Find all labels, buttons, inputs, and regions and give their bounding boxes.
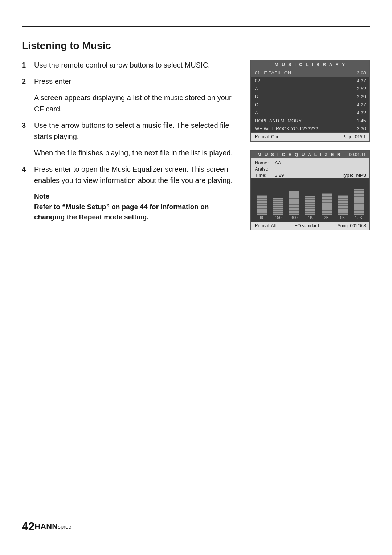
eq-bar-6	[354, 189, 364, 215]
ml-header: M U S I C L I B R A R Y	[251, 60, 369, 69]
section-title: Listening to Music	[22, 40, 370, 52]
step-2-indent-text: A screen appears displaying a list of th…	[34, 94, 232, 113]
step-3-indent-text: When the file finishes playing, the next…	[34, 149, 233, 157]
ml-row-1-name: 01.LE PAPILLON	[255, 70, 353, 76]
top-rule	[22, 26, 370, 27]
ml-row-6: A 4:32	[251, 109, 369, 117]
left-column: 1 Use the remote control arrow buttons t…	[22, 60, 236, 230]
main-content: Listening to Music 1 Use the remote cont…	[22, 40, 370, 230]
two-column-layout: 1 Use the remote control arrow buttons t…	[22, 60, 370, 230]
ml-row-3-name: A	[255, 86, 353, 91]
ml-row-1: 01.LE PAPILLON 3:08	[251, 69, 369, 77]
ml-row-6-name: A	[255, 110, 353, 115]
step-2: 2 Press enter.	[22, 76, 236, 87]
ml-row-4-name: B	[255, 94, 353, 99]
ml-footer-right: Page: 01/01	[342, 134, 366, 139]
brand-spree: spree	[58, 523, 72, 530]
ml-row-5-name: C	[255, 102, 353, 107]
step-2-text: Press enter.	[34, 77, 73, 85]
ml-row-8-name: WE WILL ROCK YOU ??????	[255, 126, 353, 131]
right-column: M U S I C L I B R A R Y 01.LE PAPILLON 3…	[250, 60, 370, 230]
eq-info-time-row: Time: 3:29 Type: MP3	[255, 172, 366, 178]
eq-artist-label: Araist:	[255, 166, 275, 172]
ml-footer: Repeat: One Page: 01/01	[251, 133, 369, 141]
eq-footer: Repeat: All EQ:standard Song: 001/008	[251, 222, 369, 230]
note-title: Note	[34, 191, 236, 202]
ml-row-8-time: 2:30	[353, 126, 366, 131]
ml-row-4: B 3:29	[251, 93, 369, 101]
ml-row-2: 02. 4:37	[251, 77, 369, 85]
music-eq-screen: M U S I C E Q U A L I Z E R 00:01:11 Nam…	[250, 150, 370, 230]
music-library-screen: M U S I C L I B R A R Y 01.LE PAPILLON 3…	[250, 60, 370, 142]
step-3-content: Use the arrow buttons to select a music …	[34, 120, 236, 142]
eq-footer-song: Song: 001/008	[338, 223, 366, 228]
note-body: Refer to “Music Setup” on page 44 for in…	[34, 202, 236, 223]
ml-row-2-time: 4:37	[353, 78, 366, 83]
step-2-content: Press enter.	[34, 76, 73, 87]
eq-freq-label-1: 150	[273, 215, 283, 220]
step-1-text: Use the remote control arrow buttons to …	[34, 61, 210, 69]
eq-type-row: Type: MP3	[342, 172, 366, 178]
step-4-content: Press enter to open the Music Equalizer …	[34, 164, 236, 186]
page-footer: 42 HANNspree	[22, 520, 72, 533]
eq-info-artist-row: Araist:	[255, 166, 366, 172]
step-1: 1 Use the remote control arrow buttons t…	[22, 60, 236, 71]
step-3-number: 3	[22, 120, 30, 142]
eq-bar-1	[273, 198, 283, 215]
eq-info-name-row: Name: AA	[255, 160, 366, 166]
eq-time-value: 3:29	[275, 172, 342, 178]
eq-time-label: Time:	[255, 172, 275, 178]
eq-header: M U S I C E Q U A L I Z E R 00:01:11	[251, 151, 369, 158]
eq-bar-3	[305, 196, 315, 215]
eq-footer-repeat: Repeat: All	[255, 223, 276, 228]
eq-type-value: MP3	[356, 172, 366, 178]
eq-freq-label-2: 400	[289, 215, 299, 220]
ml-row-7: HOPE AND MEMORY 1:45	[251, 117, 369, 125]
step-1-content: Use the remote control arrow buttons to …	[34, 60, 210, 71]
eq-bar-2	[289, 191, 299, 215]
ml-row-1-time: 3:08	[353, 70, 366, 76]
page-number: 42	[22, 520, 35, 533]
eq-freq-label-6: 15K	[354, 215, 364, 220]
step-2-indent: A screen appears displaying a list of th…	[34, 92, 236, 115]
eq-artist-value	[275, 166, 366, 172]
eq-bar-4	[322, 193, 332, 215]
ml-row-5: C 4:27	[251, 101, 369, 109]
eq-bar-0	[257, 195, 267, 215]
step-2-number: 2	[22, 76, 30, 87]
ml-row-5-time: 4:27	[353, 102, 366, 107]
eq-header-title: M U S I C E Q U A L I Z E R	[255, 152, 344, 157]
step-3-indent: When the file finishes playing, the next…	[34, 147, 236, 159]
eq-freq-label-3: 1K	[305, 215, 315, 220]
step-4-text: Press enter to open the Music Equalizer …	[34, 165, 233, 184]
ml-row-6-time: 4:32	[353, 110, 366, 115]
step-4-number: 4	[22, 164, 30, 186]
eq-time: 00:01:11	[344, 152, 366, 157]
eq-info: Name: AA Araist: Time: 3:29 Type: MP3	[251, 158, 369, 178]
step-1-number: 1	[22, 60, 30, 71]
eq-freq-labels: 601504001K2K6K15K	[254, 215, 367, 220]
eq-type-label: Type:	[342, 172, 353, 178]
step-3-text: Use the arrow buttons to select a music …	[34, 121, 229, 140]
eq-name-value: AA	[275, 160, 366, 166]
eq-bars-container: 601504001K2K6K15K	[251, 178, 369, 222]
ml-row-7-time: 1:45	[353, 118, 366, 123]
ml-row-4-time: 3:29	[353, 94, 366, 99]
step-3: 3 Use the arrow buttons to select a musi…	[22, 120, 236, 142]
ml-row-2-name: 02.	[255, 78, 353, 83]
eq-freq-label-5: 6K	[338, 215, 348, 220]
ml-row-3: A 2:52	[251, 85, 369, 93]
eq-bar-5	[338, 195, 348, 215]
note-section: Note Refer to “Music Setup” on page 44 f…	[34, 191, 236, 223]
ml-row-7-name: HOPE AND MEMORY	[255, 118, 353, 123]
eq-freq-label-0: 60	[257, 215, 267, 220]
eq-freq-label-4: 2K	[321, 215, 331, 220]
ml-footer-left: Repeat: One	[255, 134, 279, 139]
ml-body: 01.LE PAPILLON 3:08 02. 4:37 A 2:52 B 3:…	[251, 69, 369, 133]
ml-row-3-time: 2:52	[353, 86, 366, 91]
eq-bars	[254, 182, 367, 215]
ml-row-8: WE WILL ROCK YOU ?????? 2:30	[251, 125, 369, 133]
brand-hann: HANN	[35, 522, 58, 531]
eq-footer-eq: EQ:standard	[294, 223, 319, 228]
eq-name-label: Name:	[255, 160, 275, 166]
